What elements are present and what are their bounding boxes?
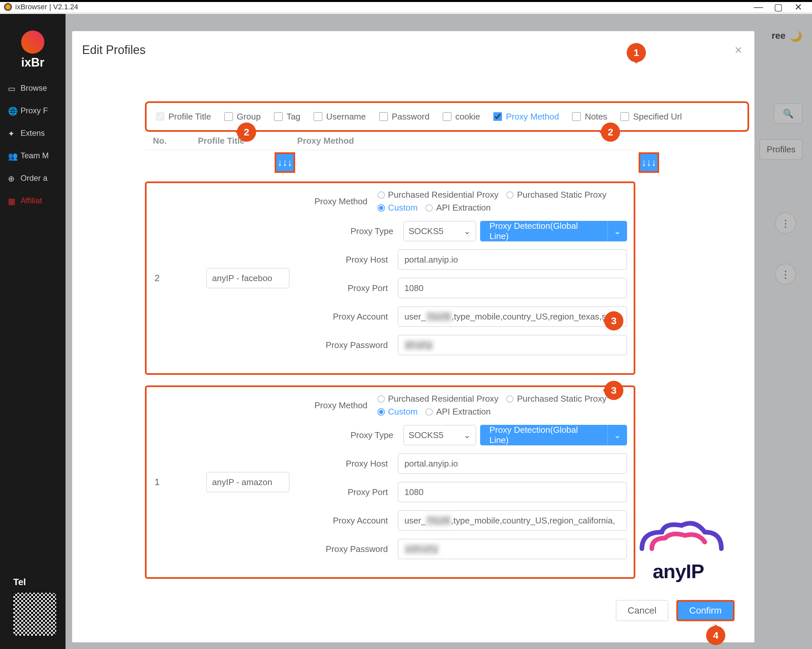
sidebar: ixBr ▭Browse 🌐Proxy F ✦Extens 👥Team M ⊕O… bbox=[0, 14, 66, 649]
profile-title-input[interactable] bbox=[206, 268, 290, 288]
anyip-logo: anyIP bbox=[629, 512, 728, 583]
qr-code bbox=[13, 593, 56, 636]
label-proxy-password: Proxy Password bbox=[301, 544, 398, 554]
anyip-text: anyIP bbox=[629, 560, 728, 583]
annotation-4: 4 bbox=[706, 626, 725, 645]
col-tag[interactable]: Tag bbox=[274, 112, 301, 122]
proxy-account-input[interactable]: user_Tkzrfli,type_mobile,country_US,regi… bbox=[398, 306, 627, 327]
sidebar-item-team[interactable]: 👥Team M bbox=[0, 144, 66, 167]
sidebar-item-affiliate[interactable]: ▦Affiliat bbox=[0, 190, 66, 212]
row-no: 1 bbox=[154, 477, 160, 487]
radio-purchased-static[interactable]: Purchased Static Proxy bbox=[506, 394, 606, 404]
titlebar: ixBrowser | V2.1.24 — ▢ ✕ bbox=[0, 0, 812, 12]
app-title: ixBrowser | V2.1.24 bbox=[15, 3, 78, 11]
col-notes[interactable]: Notes bbox=[572, 112, 607, 122]
minimize-button[interactable]: — bbox=[748, 2, 768, 12]
columns-selector: Profile Title Group Tag Username Passwor… bbox=[145, 101, 749, 132]
chevron-down-icon: ⌄ bbox=[464, 226, 471, 236]
label-proxy-password: Proxy Password bbox=[301, 340, 398, 351]
table-header: No. Profile Title Proxy Method bbox=[145, 132, 635, 150]
chevron-down-icon[interactable]: ⌄ bbox=[607, 425, 627, 445]
annotation-2a: 2 bbox=[237, 122, 256, 142]
proxy-port-input[interactable] bbox=[398, 278, 627, 298]
tel-label: Tel bbox=[13, 577, 56, 588]
label-proxy-type: Proxy Type bbox=[301, 430, 403, 440]
label-proxy-type: Proxy Type bbox=[301, 226, 403, 236]
chevron-down-icon[interactable]: ⌄ bbox=[607, 221, 627, 241]
label-proxy-port: Proxy Port bbox=[301, 487, 398, 497]
fill-down-method-button[interactable]: ↓↓↓ bbox=[639, 152, 659, 173]
radio-custom[interactable]: Custom bbox=[377, 407, 418, 417]
proxy-host-input[interactable] bbox=[398, 453, 627, 474]
proxy-password-input[interactable]: tif=sFp bbox=[398, 335, 627, 355]
affiliate-icon: ▦ bbox=[8, 197, 16, 205]
proxy-detection-button[interactable]: Proxy Detection(Global Line)⌄ bbox=[480, 221, 627, 241]
row-no: 2 bbox=[154, 273, 160, 283]
modal-close-button[interactable]: ✕ bbox=[734, 44, 743, 56]
proxy-host-input[interactable] bbox=[398, 249, 627, 270]
profile-title-input[interactable] bbox=[206, 472, 290, 492]
radio-custom[interactable]: Custom bbox=[377, 203, 418, 213]
col-password[interactable]: Password bbox=[379, 112, 429, 122]
sidebar-item-browse[interactable]: ▭Browse bbox=[0, 77, 66, 99]
proxy-detection-button[interactable]: Proxy Detection(Global Line)⌄ bbox=[480, 425, 627, 445]
proxy-account-input[interactable]: user_Tfczfli,type_mobile,country_US,regi… bbox=[398, 510, 627, 531]
annotation-1: 1 bbox=[627, 43, 646, 62]
modal-footer: Cancel Confirm bbox=[616, 600, 734, 621]
logo-area: ixBr bbox=[0, 31, 66, 69]
label-proxy-port: Proxy Port bbox=[301, 283, 398, 293]
logo-text: ixBr bbox=[0, 56, 66, 69]
label-proxy-method: Proxy Method bbox=[301, 400, 377, 410]
annotation-2b: 2 bbox=[601, 122, 620, 142]
proxy-password-input[interactable]: eSf+cFy bbox=[398, 539, 627, 559]
proxy-type-select[interactable]: SOCKS5⌄ bbox=[403, 425, 476, 445]
globe-icon: 🌐 bbox=[8, 107, 16, 115]
radio-purchased-static[interactable]: Purchased Static Proxy bbox=[506, 190, 606, 200]
col-username[interactable]: Username bbox=[314, 112, 366, 122]
team-icon: 👥 bbox=[8, 152, 16, 159]
profile-row-1: 1 Proxy Method Purchased Residential Pro… bbox=[145, 386, 635, 579]
annotation-3a: 3 bbox=[604, 311, 623, 331]
sidebar-item-order[interactable]: ⊕Order a bbox=[0, 167, 66, 190]
th-no: No. bbox=[145, 136, 198, 146]
radio-api-extraction[interactable]: API Extraction bbox=[426, 203, 491, 213]
confirm-button[interactable]: Confirm bbox=[676, 600, 734, 621]
profile-row-2: 2 Proxy Method Purchased Residential Pro… bbox=[145, 181, 635, 375]
browser-icon: ▭ bbox=[8, 84, 16, 92]
puzzle-icon: ✦ bbox=[8, 129, 16, 137]
th-method: Proxy Method bbox=[297, 136, 635, 146]
fill-down-title-button[interactable]: ↓↓↓ bbox=[275, 152, 295, 173]
radio-api-extraction[interactable]: API Extraction bbox=[426, 407, 491, 417]
proxy-port-input[interactable] bbox=[398, 482, 627, 502]
logo-icon bbox=[21, 31, 44, 54]
label-proxy-host: Proxy Host bbox=[301, 255, 398, 265]
label-proxy-host: Proxy Host bbox=[301, 459, 398, 469]
close-button[interactable]: ✕ bbox=[788, 2, 808, 12]
annotation-3b: 3 bbox=[604, 381, 623, 400]
tel-block: Tel bbox=[13, 577, 56, 636]
col-profile-title[interactable]: Profile Title bbox=[156, 112, 211, 122]
cancel-button[interactable]: Cancel bbox=[616, 600, 669, 621]
label-proxy-account: Proxy Account bbox=[301, 516, 398, 526]
col-specified-url[interactable]: Specified Url bbox=[620, 112, 682, 122]
maximize-button[interactable]: ▢ bbox=[768, 2, 788, 12]
edit-profiles-modal: Edit Profiles ✕ Profile Title Group Tag … bbox=[72, 31, 754, 642]
modal-title: Edit Profiles bbox=[72, 31, 754, 57]
label-proxy-account: Proxy Account bbox=[301, 312, 398, 322]
label-proxy-method: Proxy Method bbox=[301, 196, 377, 207]
sidebar-item-proxy[interactable]: 🌐Proxy F bbox=[0, 99, 66, 122]
col-proxy-method[interactable]: Proxy Method bbox=[493, 112, 559, 122]
app-icon bbox=[4, 3, 12, 11]
radio-purchased-residential[interactable]: Purchased Residential Proxy bbox=[377, 394, 499, 404]
anyip-cloud-icon bbox=[629, 512, 728, 559]
plus-circle-icon: ⊕ bbox=[8, 174, 16, 182]
chevron-down-icon: ⌄ bbox=[464, 430, 471, 440]
radio-purchased-residential[interactable]: Purchased Residential Proxy bbox=[377, 190, 499, 200]
sidebar-item-extensions[interactable]: ✦Extens bbox=[0, 122, 66, 144]
proxy-type-select[interactable]: SOCKS5⌄ bbox=[403, 221, 476, 241]
col-cookie[interactable]: cookie bbox=[443, 112, 480, 122]
col-group[interactable]: Group bbox=[224, 112, 261, 122]
